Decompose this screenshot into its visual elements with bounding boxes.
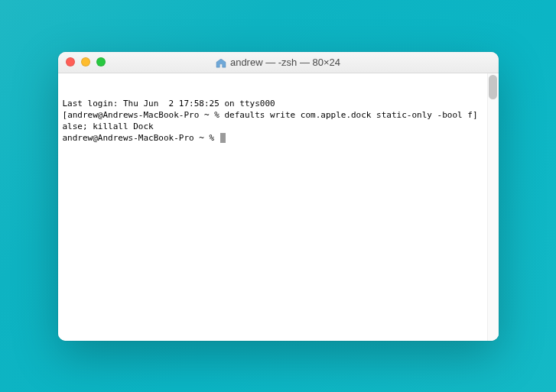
- home-folder-icon: [216, 57, 226, 66]
- command-text-part2: alse; killall Dock: [63, 121, 154, 131]
- window-title: andrew — -zsh — 80×24: [230, 57, 340, 68]
- command-text-part1: defaults write com.apple.dock static-onl…: [224, 110, 473, 120]
- bracket-close: ]: [473, 110, 478, 120]
- shell-prompt: andrew@Andrews-MacBook-Pro ~ %: [67, 110, 224, 120]
- command-line-1: [andrew@Andrews-MacBook-Pro ~ % defaults…: [63, 110, 478, 120]
- command-line-2: andrew@Andrews-MacBook-Pro ~ %: [63, 133, 226, 143]
- terminal-body[interactable]: Last login: Thu Jun 2 17:58:25 on ttys00…: [58, 73, 499, 341]
- last-login-line: Last login: Thu Jun 2 17:58:25 on ttys00…: [63, 99, 275, 109]
- title-container: andrew — -zsh — 80×24: [58, 57, 499, 68]
- scrollbar-track[interactable]: [487, 73, 499, 341]
- minimize-button[interactable]: [81, 57, 90, 66]
- terminal-window: andrew — -zsh — 80×24 Last login: Thu Ju…: [58, 52, 499, 341]
- close-button[interactable]: [66, 57, 75, 66]
- scrollbar-thumb[interactable]: [489, 75, 497, 99]
- fullscreen-button[interactable]: [96, 57, 106, 66]
- traffic-lights: [66, 57, 106, 66]
- titlebar[interactable]: andrew — -zsh — 80×24: [58, 52, 499, 73]
- terminal-content[interactable]: Last login: Thu Jun 2 17:58:25 on ttys00…: [63, 99, 483, 144]
- shell-prompt-2: andrew@Andrews-MacBook-Pro ~ %: [63, 133, 219, 143]
- text-cursor: [220, 133, 226, 143]
